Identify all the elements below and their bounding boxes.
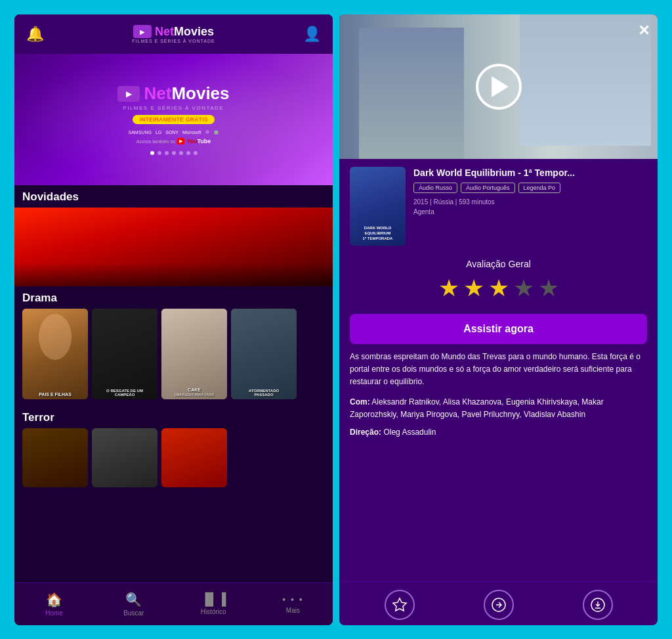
dot-1[interactable] <box>150 151 154 155</box>
user-icon[interactable]: 👤 <box>303 26 321 43</box>
meta-country: Rússia <box>433 198 453 206</box>
movie-card-pais-e-filhas[interactable]: Pais e Filhas <box>22 309 88 399</box>
dot-4[interactable] <box>172 151 176 155</box>
drama-movie-row: Pais e Filhas O RESGATE DE UMCAMPEÃO CAK… <box>14 309 333 406</box>
star-3[interactable]: ★ <box>488 275 509 302</box>
poster-text: DARK WORLDEQUILIBRIUM1ª TEMPORADA <box>363 226 393 241</box>
share-button[interactable] <box>484 590 514 620</box>
hero-brands: SAMSUNG LG SONY Microsoft ⊙ 🤖 <box>129 129 219 135</box>
nav-historico-label: Histórico <box>201 608 226 615</box>
cast-label: Com: <box>350 397 370 407</box>
hero-logo-area: ▶ NetMovies FILMES E SÉRIES À VONTADE IN… <box>117 83 229 144</box>
nav-buscar-label: Buscar <box>123 609 144 617</box>
dot-7[interactable] <box>194 151 198 155</box>
top-nav-bar: 🔔 ▶ NetMovies FILMES E SÉRIES À VONTADE … <box>14 14 333 54</box>
movie-title: Dark World Equilibrium - 1ª Tempor... <box>413 167 647 179</box>
star-4[interactable]: ★ <box>513 275 534 302</box>
historico-icon: ▐▌▐ <box>201 592 226 606</box>
drama-label: Drama <box>14 286 333 309</box>
star-1[interactable]: ★ <box>438 275 459 302</box>
mais-icon: • • • <box>282 594 303 605</box>
terror-movie-row <box>14 428 333 494</box>
director-name: Oleg Assadulin <box>383 428 436 437</box>
hero-youtube: Assista também no ▶ YouTube <box>136 138 211 144</box>
audio-tag-legenda: Legenda Po <box>518 183 561 193</box>
brand-android: 🤖 <box>213 129 219 135</box>
meta-year: 2015 <box>413 198 428 206</box>
share-icon <box>491 597 507 613</box>
terror-card-3[interactable] <box>161 428 227 487</box>
novidades-section: Novidades <box>14 185 333 286</box>
hero-logo-text: NetMovies <box>144 83 229 104</box>
movie-card-atormentado[interactable]: ATORMENTADOPASSADO <box>231 309 297 399</box>
bell-icon[interactable]: 🔔 <box>26 26 44 43</box>
movie-title-pais: Pais e Filhas <box>22 389 88 399</box>
right-panel: ✕ DARK WORLDEQUILIBRIUM1ª TEMPORADA Dark… <box>339 14 658 625</box>
novidades-label: Novidades <box>14 185 333 208</box>
nav-buscar[interactable]: 🔍 Buscar <box>94 583 173 625</box>
movie-poster: DARK WORLDEQUILIBRIUM1ª TEMPORADA <box>350 167 406 246</box>
search-icon: 🔍 <box>125 592 142 607</box>
nav-home-label: Home <box>45 609 63 617</box>
home-icon: 🏠 <box>46 592 62 607</box>
brand-lg: LG <box>156 130 161 135</box>
nav-logo-text: NetMovies <box>155 25 214 39</box>
nav-mais[interactable]: • • • Mais <box>253 583 333 625</box>
download-button[interactable] <box>583 590 613 620</box>
play-triangle-icon <box>492 76 509 97</box>
play-button[interactable] <box>476 64 522 110</box>
movie-hero-image: ✕ <box>339 14 658 159</box>
movie-title-atormentado: ATORMENTADOPASSADO <box>231 386 297 399</box>
novidades-img-inner <box>14 208 333 286</box>
terror-card-2[interactable] <box>92 428 158 487</box>
nav-mais-label: Mais <box>286 607 300 614</box>
nav-logo: ▶ NetMovies FILMES E SÉRIES À VONTADE <box>132 25 215 43</box>
rating-section: Avaliação Geral ★ ★ ★ ★ ★ <box>339 253 658 307</box>
youtube-prefix: Assista também no <box>136 139 176 144</box>
movie-title-cake: CAKEUMA RAZÃO PARA VIVER <box>161 385 227 399</box>
rating-label: Avaliação Geral <box>350 259 647 269</box>
dot-6[interactable] <box>186 151 190 155</box>
dot-3[interactable] <box>165 151 169 155</box>
brand-samsung: SAMSUNG <box>129 130 152 135</box>
hero-banner: ▶ NetMovies FILMES E SÉRIES À VONTADE IN… <box>14 54 333 185</box>
hero-subtitle: FILMES E SÉRIES À VONTADE <box>123 105 224 111</box>
bottom-nav: 🏠 Home 🔍 Buscar ▐▌▐ Histórico • • • Mais <box>14 583 333 625</box>
nav-logo-subtitle: FILMES E SÉRIES À VONTADE <box>132 39 215 43</box>
nav-home[interactable]: 🏠 Home <box>14 583 94 625</box>
carousel-dots <box>150 151 198 155</box>
novidades-image <box>14 208 333 286</box>
dot-2[interactable] <box>158 151 161 155</box>
dot-5[interactable] <box>179 151 183 155</box>
movie-meta: 2015 | Rússia | 593 minutos Agenta <box>413 197 647 217</box>
novidades-gradient <box>14 263 333 286</box>
movie-card-resgate[interactable]: O RESGATE DE UMCAMPEÃO <box>92 309 158 399</box>
hero-logo-icon: ▶ <box>117 86 140 102</box>
nav-logo-icon: ▶ <box>133 25 152 38</box>
star-2[interactable]: ★ <box>463 275 484 302</box>
director-text: Direção: Oleg Assadulin <box>350 426 647 439</box>
close-button[interactable]: ✕ <box>638 22 650 39</box>
audio-tag-russo: Áudio Russo <box>413 183 457 193</box>
download-icon <box>590 597 606 613</box>
watch-now-button[interactable]: Assistir agora <box>350 314 647 344</box>
description-text: As sombras espreitam do Mundo das Trevas… <box>350 351 647 389</box>
favorite-button[interactable] <box>385 590 415 620</box>
drama-section: Drama Pais e Filhas O RESGATE DE UMCAMPE… <box>14 286 333 406</box>
audio-tags: Áudio Russo Áudio Português Legenda Po <box>413 183 647 193</box>
nav-historico[interactable]: ▐▌▐ Histórico <box>174 583 253 625</box>
terror-card-1[interactable] <box>22 428 88 487</box>
star-5[interactable]: ★ <box>538 275 559 302</box>
director-label: Direção: <box>350 428 381 437</box>
youtube-icon: ▶ <box>177 138 184 144</box>
bg-person-left <box>359 28 464 159</box>
brand-chromecast: ⊙ <box>205 129 209 135</box>
stars-row: ★ ★ ★ ★ ★ <box>350 275 647 302</box>
brand-microsoft: Microsoft <box>182 130 201 135</box>
audio-tag-portugues: Áudio Português <box>461 183 515 193</box>
left-panel: 🔔 ▶ NetMovies FILMES E SÉRIES À VONTADE … <box>14 14 333 625</box>
movie-title-resgate: O RESGATE DE UMCAMPEÃO <box>92 386 158 399</box>
movie-description: As sombras espreitam do Mundo das Trevas… <box>339 351 658 581</box>
bottom-icons-row <box>339 581 658 625</box>
movie-card-cake[interactable]: CAKEUMA RAZÃO PARA VIVER <box>161 309 227 399</box>
